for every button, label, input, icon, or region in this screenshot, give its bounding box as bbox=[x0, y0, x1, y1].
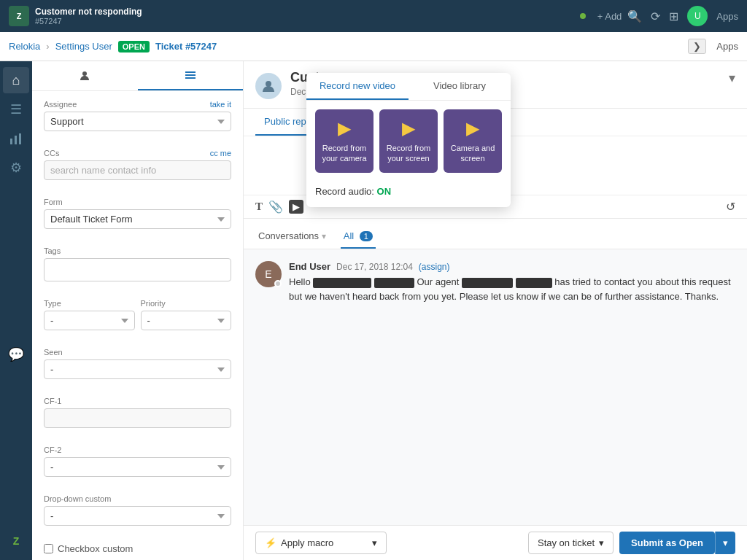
redacted-3 bbox=[462, 278, 513, 288]
svg-rect-0 bbox=[10, 139, 12, 144]
search-icon[interactable]: 🔍 bbox=[627, 9, 642, 23]
submit-button[interactable]: Submit as Open bbox=[619, 532, 715, 554]
tab-all[interactable]: All 1 bbox=[341, 225, 376, 249]
user-avatar[interactable]: U bbox=[687, 6, 708, 26]
breadcrumb-ticket[interactable]: Ticket #57247 bbox=[155, 41, 217, 52]
tags-label: Tags bbox=[44, 246, 231, 255]
ticket-header-avatar bbox=[255, 73, 282, 99]
nav-chat[interactable]: 💬 bbox=[3, 341, 29, 368]
conversations-area: Conversations ▾ All 1 E End User bbox=[244, 219, 747, 525]
cf1-label: CF-1 bbox=[44, 397, 231, 405]
dropdown-custom-label: Drop-down custom bbox=[44, 494, 231, 503]
breadcrumb-relokia[interactable]: Relokia bbox=[9, 41, 40, 52]
checkbox-custom[interactable] bbox=[44, 544, 53, 553]
type-priority-section: Type - Priority - bbox=[32, 290, 243, 339]
svg-rect-6 bbox=[185, 77, 196, 79]
seen-select[interactable]: - bbox=[44, 359, 231, 379]
add-button[interactable]: + Add bbox=[597, 11, 622, 22]
attach-button[interactable]: 📎 bbox=[268, 200, 283, 214]
record-camera-option[interactable]: ▶ Record from your camera bbox=[315, 109, 374, 173]
ticket-info: Customer not responding #57247 bbox=[35, 7, 574, 26]
stay-on-ticket-button[interactable]: Stay on ticket ▾ bbox=[528, 532, 614, 554]
form-section: Form Default Ticket Form bbox=[32, 189, 243, 238]
macro-icon: ⚡ bbox=[265, 537, 276, 548]
sidebar-tab-menu[interactable] bbox=[138, 61, 244, 90]
refresh-button[interactable]: ↺ bbox=[726, 200, 735, 214]
dropdown-custom-select[interactable]: - bbox=[44, 506, 231, 526]
redacted-2 bbox=[374, 278, 414, 288]
svg-rect-4 bbox=[185, 71, 196, 73]
nav-home[interactable]: ⌂ bbox=[3, 67, 29, 93]
ccs-section: CCs cc me bbox=[32, 140, 243, 189]
avatar-status-dot bbox=[274, 280, 282, 287]
priority-select[interactable]: - bbox=[141, 311, 232, 330]
type-col: Type - bbox=[44, 299, 135, 330]
form-select[interactable]: Default Ticket Form bbox=[44, 209, 231, 229]
format-text-button[interactable]: T bbox=[255, 201, 263, 213]
top-bar: Z Customer not responding #57247 + Add 🔍… bbox=[0, 0, 747, 32]
video-modal-tabs: Record new video Video library bbox=[306, 73, 511, 101]
audio-status[interactable]: ON bbox=[377, 186, 392, 197]
grid-icon[interactable]: ⊞ bbox=[669, 9, 678, 23]
nav-tickets[interactable]: ☰ bbox=[3, 96, 29, 122]
svg-point-3 bbox=[82, 71, 87, 76]
cc-me-link[interactable]: cc me bbox=[210, 149, 231, 158]
take-it-link[interactable]: take it bbox=[210, 100, 231, 109]
ccs-label: CCs cc me bbox=[44, 149, 231, 158]
submit-dropdown-button[interactable]: ▾ bbox=[715, 532, 735, 554]
screen-label: Record from your screen bbox=[385, 143, 432, 164]
type-label: Type bbox=[44, 299, 135, 308]
tags-input[interactable] bbox=[44, 258, 231, 281]
conv-tabs: Conversations ▾ All 1 bbox=[244, 219, 747, 249]
svg-rect-2 bbox=[19, 133, 21, 144]
status-dot bbox=[580, 13, 586, 19]
expand-button[interactable]: ❯ bbox=[688, 39, 706, 54]
apply-macro-button[interactable]: ⚡ Apply macro ▾ bbox=[255, 532, 387, 554]
audio-label: Record audio: bbox=[315, 186, 374, 197]
priority-col: Priority - bbox=[141, 299, 232, 330]
record-camera-screen-option[interactable]: ▶ Camera and screen bbox=[444, 109, 502, 173]
assignee-select[interactable]: Support bbox=[44, 112, 231, 131]
apps-label[interactable]: Apps bbox=[716, 41, 738, 52]
camera-icon: ▶ bbox=[321, 118, 368, 139]
assign-link[interactable]: (assign) bbox=[419, 262, 450, 272]
video-button[interactable]: ▶ bbox=[289, 200, 303, 214]
video-audio-row: Record audio: ON bbox=[306, 182, 511, 207]
apps-button[interactable]: Apps bbox=[716, 11, 738, 22]
left-nav: ⌂ ☰ ⚙ 💬 Z bbox=[0, 61, 32, 560]
checkbox-row: Checkbox custom bbox=[44, 543, 231, 554]
bottom-bar: ⚡ Apply macro ▾ Stay on ticket ▾ Submit … bbox=[244, 525, 747, 560]
message-item: E End User Dec 17, 2018 12:04 (assign) H… bbox=[255, 261, 735, 303]
nav-settings[interactable]: ⚙ bbox=[3, 155, 29, 181]
breadcrumb-bar: Relokia › Settings User OPEN Ticket #572… bbox=[0, 32, 747, 61]
svg-rect-5 bbox=[185, 74, 196, 76]
camera-screen-label: Camera and screen bbox=[449, 143, 496, 164]
screen-icon: ▶ bbox=[385, 118, 432, 139]
top-bar-actions: 🔍 ⟳ ⊞ U Apps bbox=[627, 6, 738, 26]
cf1-section: CF-1 bbox=[32, 388, 243, 437]
seen-label: Seen bbox=[44, 348, 231, 357]
breadcrumb-settings-user[interactable]: Settings User bbox=[55, 41, 112, 52]
type-select[interactable]: - bbox=[44, 311, 135, 330]
cf1-input[interactable] bbox=[44, 408, 231, 428]
ccs-input[interactable] bbox=[44, 160, 231, 180]
tab-conversations[interactable]: Conversations ▾ bbox=[255, 225, 329, 249]
nav-zendesk-logo[interactable]: Z bbox=[3, 528, 29, 554]
tab-library[interactable]: Video library bbox=[409, 73, 511, 100]
refresh-icon[interactable]: ⟳ bbox=[651, 9, 660, 23]
message-body: End User Dec 17, 2018 12:04 (assign) Hel… bbox=[289, 261, 735, 303]
sidebar-tab-user[interactable] bbox=[32, 61, 138, 90]
nav-reports[interactable] bbox=[3, 125, 29, 152]
ticket-sidebar: Assignee take it Support CCs cc me Form … bbox=[32, 61, 244, 560]
camera-screen-icon: ▶ bbox=[449, 118, 496, 139]
message-time: Dec 17, 2018 12:04 bbox=[336, 262, 413, 272]
assignee-label: Assignee take it bbox=[44, 100, 231, 109]
type-priority-row: Type - Priority - bbox=[44, 299, 231, 330]
macro-dropdown-icon: ▾ bbox=[372, 537, 377, 548]
ticket-header-menu[interactable]: ▾ bbox=[729, 70, 735, 86]
conv-messages: E End User Dec 17, 2018 12:04 (assign) H… bbox=[244, 249, 747, 327]
svg-rect-1 bbox=[15, 136, 17, 144]
cf2-select[interactable]: - bbox=[44, 457, 231, 477]
tab-record-new[interactable]: Record new video bbox=[306, 73, 409, 100]
record-screen-option[interactable]: ▶ Record from your screen bbox=[379, 109, 438, 173]
